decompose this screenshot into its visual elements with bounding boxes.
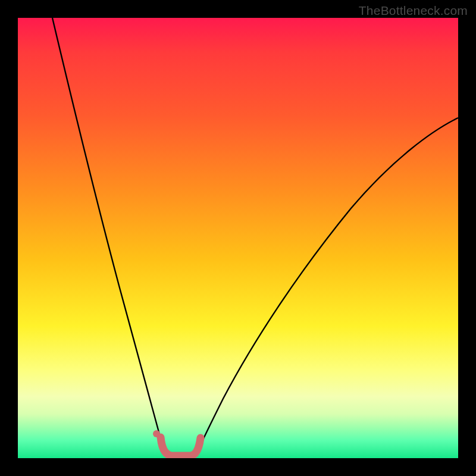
chart-frame: TheBottleneck.com — [0, 0, 476, 476]
curve-right — [195, 118, 458, 457]
curve-left — [52, 18, 167, 457]
valley-highlight — [161, 437, 201, 456]
valley-dot — [153, 430, 160, 437]
watermark-text: TheBottleneck.com — [359, 4, 468, 18]
curve-svg — [18, 18, 458, 458]
plot-area — [18, 18, 458, 458]
